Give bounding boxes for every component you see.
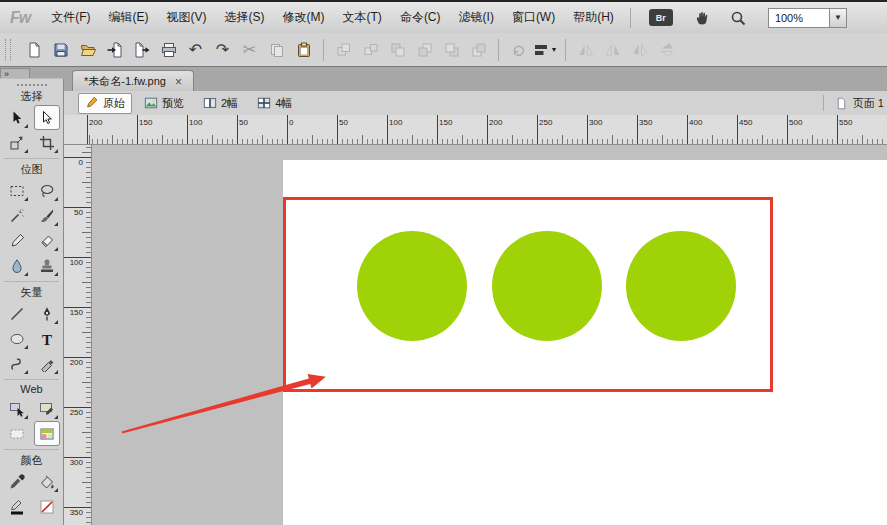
four-up-icon	[257, 96, 271, 110]
v-ruler-tick-label: 300	[70, 458, 83, 467]
copy-button	[264, 37, 289, 62]
menu-item-3[interactable]: 选择(S)	[216, 2, 274, 33]
toolbar-separator	[498, 39, 499, 61]
knife-tool[interactable]	[34, 351, 60, 376]
view-mode-2[interactable]: 预览	[137, 93, 191, 114]
pencil-tool[interactable]	[4, 228, 30, 253]
paste-button[interactable]	[291, 37, 316, 62]
toolbar-separator	[565, 39, 566, 61]
zoom-dropdown-button[interactable]: ▼	[830, 8, 847, 28]
bridge-button[interactable]: Br	[649, 9, 673, 26]
scale-tool[interactable]	[4, 130, 30, 155]
text-tool[interactable]: T	[34, 326, 60, 351]
free-transform-button	[506, 37, 531, 62]
toolbar-separator	[323, 39, 324, 61]
redo-button[interactable]: ↷	[210, 37, 235, 62]
menu-item-5[interactable]: 文本(T)	[334, 2, 391, 33]
zoom-tool-icon[interactable]	[730, 10, 746, 26]
v-ruler-tick-label: 150	[70, 308, 83, 317]
green-circle-1	[357, 231, 467, 341]
menu-bar: Fw 文件(F)编辑(E)视图(V)选择(S)修改(M)文本(T)命令(C)滤镜…	[0, 2, 887, 34]
h-ruler-tick-label: 300	[589, 118, 602, 127]
print-button[interactable]	[156, 37, 181, 62]
hide-slices-button[interactable]	[4, 421, 30, 446]
rubber-stamp-tool[interactable]	[34, 253, 60, 278]
save-button[interactable]	[48, 37, 73, 62]
undo-button[interactable]: ↶	[183, 37, 208, 62]
menu-items: 文件(F)编辑(E)视图(V)选择(S)修改(M)文本(T)命令(C)滤镜(I)…	[42, 2, 623, 33]
canvas-viewport[interactable]	[92, 145, 887, 525]
h-ruler-tick-label: 150	[139, 118, 152, 127]
brush-tool[interactable]	[34, 203, 60, 228]
menu-item-7[interactable]: 滤镜(I)	[450, 2, 503, 33]
freeform-tool[interactable]	[4, 351, 30, 376]
view-mode-4[interactable]: 4幅	[250, 93, 299, 114]
page-indicator[interactable]: 页面 1	[823, 91, 884, 115]
green-circle-3	[626, 231, 736, 341]
dropdown-arrow-icon: ▼	[551, 46, 558, 53]
h-ruler-tick-label: 400	[689, 118, 702, 127]
document-tab-title: *未命名-1.fw.png	[84, 74, 166, 89]
green-circle-2	[492, 231, 602, 341]
line-tool[interactable]	[4, 301, 30, 326]
slice-tool[interactable]	[34, 396, 60, 421]
menu-item-9[interactable]: 帮助(H)	[564, 2, 623, 33]
eraser-tool[interactable]	[34, 228, 60, 253]
two-up-icon	[203, 96, 217, 110]
blur-tool[interactable]	[4, 253, 30, 278]
toolbar-grip[interactable]	[5, 39, 11, 61]
bring-to-front-button	[385, 37, 410, 62]
align-button[interactable]: ▼	[533, 37, 558, 62]
eyedropper-tool[interactable]	[4, 469, 30, 494]
tool-section-label: 选择	[4, 89, 59, 104]
view-mode-1[interactable]: 原始	[78, 93, 132, 114]
menu-item-2[interactable]: 视图(V)	[158, 2, 216, 33]
magic-wand-tool[interactable]	[4, 203, 30, 228]
ellipse-tool[interactable]	[4, 326, 30, 351]
import-button[interactable]	[102, 37, 127, 62]
subselection-tool[interactable]	[34, 105, 60, 130]
tool-section-label: 颜色	[4, 449, 59, 468]
menu-item-4[interactable]: 修改(M)	[274, 2, 334, 33]
h-ruler-tick-label: 500	[789, 118, 802, 127]
v-ruler-tick-label: 350	[70, 508, 83, 517]
tools-panel: 选择位图矢量TWeb颜色	[0, 78, 64, 525]
v-ruler-tick-label: 250	[70, 408, 83, 417]
close-icon[interactable]: ×	[175, 76, 182, 88]
v-ruler-tick-label: 200	[70, 358, 83, 367]
menu-item-0[interactable]: 文件(F)	[42, 2, 99, 33]
menu-item-8[interactable]: 窗口(W)	[503, 2, 564, 33]
paint-bucket-tool[interactable]	[34, 469, 60, 494]
view-mode-bar: 原始预览2幅4幅 页面 1	[64, 91, 887, 115]
hand-tool-icon[interactable]	[694, 10, 710, 26]
h-ruler-tick-label: 50	[339, 118, 348, 127]
open-button[interactable]	[75, 37, 100, 62]
tool-section-label: 位图	[4, 158, 59, 177]
lasso-tool[interactable]	[34, 178, 60, 203]
export-button[interactable]	[129, 37, 154, 62]
h-ruler-tick-label: 50	[239, 118, 248, 127]
pen-tool[interactable]	[34, 301, 60, 326]
h-ruler-tick-label: 250	[539, 118, 552, 127]
menu-item-1[interactable]: 编辑(E)	[100, 2, 158, 33]
h-ruler-tick-label: 150	[439, 118, 452, 127]
document-tab[interactable]: *未命名-1.fw.png ×	[72, 70, 194, 92]
h-ruler-tick-label: 100	[189, 118, 202, 127]
tools-panel-grip[interactable]	[17, 84, 47, 86]
zoom-level-value[interactable]: 100%	[768, 8, 830, 28]
view-mode-buttons: 原始预览2幅4幅	[78, 93, 299, 114]
tool-section-grid	[0, 178, 63, 278]
stroke-color-well[interactable]	[4, 494, 30, 519]
view-mode-3[interactable]: 2幅	[196, 93, 245, 114]
h-ruler-tick-label: 550	[839, 118, 852, 127]
marquee-tool[interactable]	[4, 178, 30, 203]
show-slices-button[interactable]	[34, 421, 60, 446]
hotspot-tool[interactable]	[4, 396, 30, 421]
v-ruler-tick-label: 100	[70, 258, 83, 267]
new-document-button[interactable]	[21, 37, 46, 62]
menu-item-6[interactable]: 命令(C)	[391, 2, 450, 33]
crop-tool[interactable]	[34, 130, 60, 155]
fill-color-well[interactable]	[34, 494, 60, 519]
page-indicator-label: 页面 1	[853, 96, 884, 111]
pointer-tool[interactable]	[4, 105, 30, 130]
